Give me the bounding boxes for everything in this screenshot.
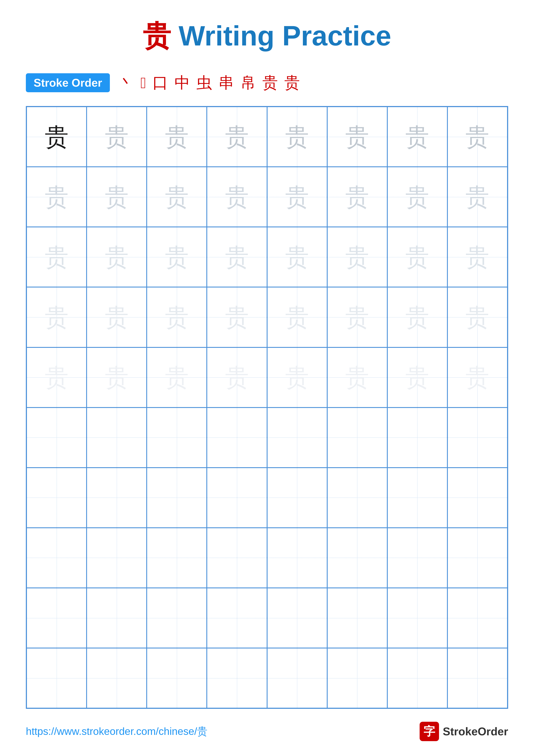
grid-cell-empty[interactable] [387,648,447,708]
cell-character: 贵 [466,305,489,329]
footer-logo: 字 StrokeOrder [420,722,508,741]
grid-cell[interactable]: 贵 [27,227,87,287]
grid-cell-empty[interactable] [87,528,147,588]
grid-cell[interactable]: 贵 [87,287,147,347]
cell-character: 贵 [225,305,249,329]
grid-cell[interactable]: 贵 [447,227,507,287]
grid-cell-empty[interactable] [387,588,447,648]
grid-cell[interactable]: 贵 [387,227,447,287]
grid-cell-empty[interactable] [207,408,267,468]
writing-grid[interactable]: 贵 贵 贵 贵 贵 贵 贵 贵 贵 贵 贵 贵 贵 贵 贵 贵 贵 贵 贵 贵 … [26,106,508,709]
grid-cell[interactable]: 贵 [207,167,267,227]
page: 贵 Writing Practice Stroke Order 丶 𠃌 口 中 … [0,0,534,756]
grid-cell[interactable]: 贵 [387,107,447,167]
grid-cell-empty[interactable] [27,588,87,648]
grid-cell-empty[interactable] [267,588,327,648]
grid-cell[interactable]: 贵 [267,347,327,408]
grid-cell[interactable]: 贵 [87,167,147,227]
grid-cell-empty[interactable] [387,408,447,468]
grid-cell-empty[interactable] [387,528,447,588]
cell-character: 贵 [466,245,489,269]
grid-cell-empty[interactable] [147,468,207,528]
cell-character: 贵 [405,185,429,209]
grid-cell-empty[interactable] [327,648,387,708]
grid-cell-empty[interactable] [147,648,207,708]
grid-cell-empty[interactable] [267,468,327,528]
grid-cell[interactable]: 贵 [27,167,87,227]
grid-cell[interactable]: 贵 [447,287,507,347]
grid-cell-empty[interactable] [327,408,387,468]
grid-cell-empty[interactable] [327,528,387,588]
grid-cell-empty[interactable] [447,468,507,528]
grid-cell-empty[interactable] [327,468,387,528]
grid-cell-empty[interactable] [447,588,507,648]
grid-cell-empty[interactable] [207,468,267,528]
grid-cell[interactable]: 贵 [327,287,387,347]
grid-cell[interactable]: 贵 [207,227,267,287]
grid-cell-empty[interactable] [387,468,447,528]
cell-character: 贵 [105,365,129,389]
grid-cell[interactable]: 贵 [447,347,507,408]
grid-cell[interactable]: 贵 [267,227,327,287]
grid-cell[interactable]: 贵 [447,107,507,167]
footer-url[interactable]: https://www.strokeorder.com/chinese/贵 [26,724,207,738]
grid-cell[interactable]: 贵 [207,107,267,167]
grid-cell[interactable]: 贵 [387,287,447,347]
grid-cell-empty[interactable] [87,588,147,648]
grid-cell-empty[interactable] [447,528,507,588]
grid-cell[interactable]: 贵 [327,107,387,167]
grid-cell[interactable]: 贵 [387,347,447,408]
grid-cell-empty[interactable] [147,528,207,588]
grid-cell-empty[interactable] [27,648,87,708]
grid-cell[interactable]: 贵 [447,167,507,227]
grid-cell-empty[interactable] [207,528,267,588]
grid-cell[interactable]: 贵 [387,167,447,227]
grid-cell[interactable]: 贵 [147,107,207,167]
grid-cell[interactable]: 贵 [87,347,147,408]
grid-cell[interactable]: 贵 [147,167,207,227]
grid-cell-empty[interactable] [87,648,147,708]
grid-cell[interactable]: 贵 [327,347,387,408]
cell-character: 贵 [345,125,369,149]
cell-character: 贵 [405,305,429,329]
grid-cell-empty[interactable] [27,528,87,588]
grid-cell[interactable]: 贵 [27,347,87,408]
grid-cell-empty[interactable] [267,528,327,588]
grid-cell[interactable]: 贵 [27,287,87,347]
grid-cell[interactable]: 贵 [327,167,387,227]
grid-cell[interactable]: 贵 [327,227,387,287]
grid-cell-empty[interactable] [27,468,87,528]
grid-cell[interactable]: 贵 [267,287,327,347]
grid-cell-empty[interactable] [267,408,327,468]
cell-character: 贵 [345,365,369,389]
grid-cell-empty[interactable] [207,648,267,708]
stroke-step-2: 𠃌 [140,74,146,92]
grid-cell-empty[interactable] [147,588,207,648]
cell-character: 贵 [285,245,309,269]
grid-cell[interactable]: 贵 [87,107,147,167]
cell-character: 贵 [45,365,68,389]
grid-cell-empty[interactable] [327,588,387,648]
grid-cell[interactable]: 贵 [267,167,327,227]
grid-cell[interactable]: 贵 [207,287,267,347]
grid-cell-empty[interactable] [87,408,147,468]
grid-cell-empty[interactable] [27,408,87,468]
grid-cell-empty[interactable] [267,648,327,708]
grid-cell-empty[interactable] [447,408,507,468]
grid-cell[interactable]: 贵 [147,227,207,287]
grid-cell-empty[interactable] [87,468,147,528]
grid-cell[interactable]: 贵 [87,227,147,287]
cell-character: 贵 [225,245,249,269]
stroke-step-9: 贵 [284,72,300,93]
grid-cell[interactable]: 贵 [27,107,87,167]
cell-character: 贵 [45,245,68,269]
title-chinese: 贵 [143,20,171,51]
grid-cell[interactable]: 贵 [147,347,207,408]
grid-cell-empty[interactable] [447,648,507,708]
grid-cell[interactable]: 贵 [267,107,327,167]
grid-cell[interactable]: 贵 [147,287,207,347]
grid-cell-empty[interactable] [147,408,207,468]
grid-cell[interactable]: 贵 [207,347,267,408]
cell-character: 贵 [345,245,369,269]
grid-cell-empty[interactable] [207,588,267,648]
